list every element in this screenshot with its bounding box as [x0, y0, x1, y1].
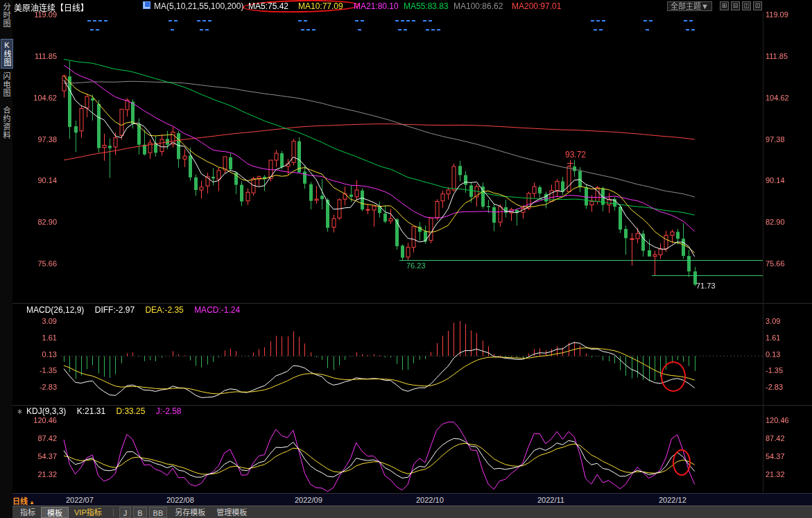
x-tick-nov: 2022/11: [537, 496, 564, 504]
sidebar-item-contract-info[interactable]: 合约资料: [1, 106, 12, 139]
period-selector[interactable]: 日线▲: [12, 495, 35, 506]
ma200-value: MA200:97.01: [512, 1, 561, 11]
x-tick-dec: 2022/12: [659, 496, 686, 504]
layout-single-button[interactable]: ⊞: [720, 1, 729, 10]
tab-templates[interactable]: 模板: [41, 507, 69, 518]
trading-app-window: 分时图 K线图 闪电图 合约资料 美原油连续【日线】 MA(5,10,21,55…: [0, 0, 812, 518]
tab-b[interactable]: B: [133, 507, 146, 518]
chart-canvas[interactable]: [0, 0, 812, 518]
chart-header: 美原油连续【日线】 MA(5,10,21,55,100,200) MA5:75.…: [12, 0, 812, 12]
indicator-settings-icon[interactable]: [143, 1, 150, 9]
ma100-value: MA100:86.62: [453, 1, 503, 11]
left-chart-type-bar: 分时图 K线图 闪电图 合约资料: [0, 0, 12, 518]
layout-quad-button[interactable]: ⊡: [753, 1, 762, 10]
layout-vsplit-button[interactable]: ◫: [742, 1, 751, 10]
tab-indicators[interactable]: 指标: [15, 507, 41, 518]
period-label-text: 日线: [12, 497, 28, 506]
sidebar-item-lightning-chart[interactable]: 闪电图: [1, 72, 12, 97]
ma-group-label: MA(5,10,21,55,100,200): [154, 1, 243, 11]
tab-manage-template[interactable]: 管理模板: [211, 507, 252, 518]
tab-j[interactable]: J: [119, 507, 132, 518]
x-tick-aug: 2022/08: [166, 496, 194, 504]
x-tick-oct: 2022/10: [416, 496, 444, 504]
tab-bb[interactable]: BB: [149, 507, 168, 518]
symbol-title: 美原油连续【日线】: [14, 1, 89, 13]
ma5-value: MA5:75.42: [248, 1, 288, 11]
tab-save-template[interactable]: 另存模板: [169, 507, 211, 518]
sidebar-item-kline-chart[interactable]: K线图: [1, 39, 13, 69]
tab-vip-indicators[interactable]: VIP指标: [69, 507, 107, 518]
period-arrow-icon: ▲: [29, 499, 35, 506]
toolbar-divider: [113, 508, 114, 517]
sidebar-item-time-chart[interactable]: 分时图: [1, 3, 12, 28]
theme-selector-button[interactable]: 全部主题▼: [667, 1, 712, 11]
ma10-value: MA10:77.09: [298, 1, 343, 11]
x-axis-bar: 日线▲ 2022/07 2022/08 2022/09 2022/10 2022…: [0, 493, 812, 506]
ma55-value: MA55:83.83: [404, 1, 449, 11]
ma21-value: MA21:80.10: [354, 1, 399, 11]
bottom-toolbar: 指标 模板 VIP指标 J B BB 另存模板 管理模板: [0, 506, 812, 518]
layout-hsplit-button[interactable]: ⊟: [731, 1, 740, 10]
x-tick-sep: 2022/09: [295, 496, 322, 504]
x-tick-jul: 2022/07: [66, 496, 94, 504]
